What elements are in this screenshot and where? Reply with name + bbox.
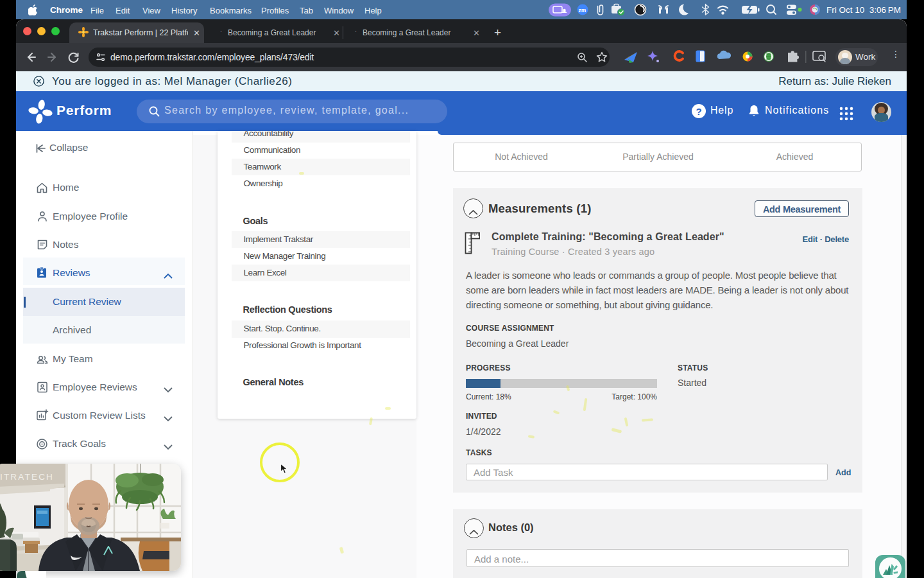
- svg-text:zm: zm: [579, 7, 586, 13]
- svg-text:IITRATECH: IITRATECH: [0, 472, 54, 482]
